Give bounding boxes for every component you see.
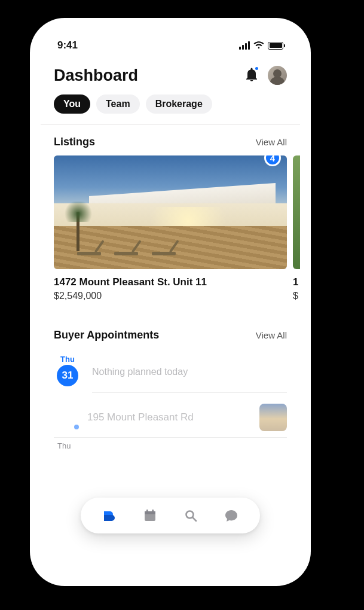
- header: Dashboard You Team Brokerage: [41, 62, 300, 125]
- date-column[interactable]: Thu 31: [54, 355, 81, 386]
- appointment-item[interactable]: 195 Mount Pleasant Rd: [54, 393, 287, 437]
- appointment-thumbnail: [259, 404, 287, 431]
- listing-card[interactable]: 4 1472 Mount Pleasant St. Unit 11 $2,549…: [54, 155, 287, 301]
- svg-line-5: [192, 517, 196, 521]
- tab-search[interactable]: [179, 504, 203, 527]
- listing-image: [293, 155, 300, 269]
- appointments-section: Buyer Appointments View All Thu 31 Nothi…: [41, 318, 300, 450]
- appointment-day: Thu 31 Nothing planned today: [54, 349, 287, 392]
- listings-view-all[interactable]: View All: [256, 137, 287, 147]
- scope-tabs: You Team Brokerage: [54, 94, 287, 124]
- listing-card[interactable]: 1 $: [293, 155, 300, 301]
- screen: 9:41 Dashboard: [41, 29, 300, 575]
- wifi-icon: [253, 41, 264, 50]
- cellular-icon: [239, 41, 250, 50]
- listing-address: 1: [293, 276, 300, 288]
- listing-image: 4: [54, 155, 287, 269]
- page-title: Dashboard: [54, 66, 138, 85]
- battery-icon: [268, 42, 283, 50]
- search-icon: [183, 508, 198, 523]
- appointments-title: Buyer Appointments: [54, 329, 159, 341]
- day-of-week: Thu: [60, 355, 75, 364]
- listing-price: $: [293, 291, 300, 301]
- svg-rect-2: [146, 510, 148, 513]
- empty-state-text: Nothing planned today: [92, 355, 188, 377]
- listings-title: Listings: [54, 136, 95, 148]
- app-logo-icon: [102, 508, 117, 523]
- tab-home[interactable]: [97, 504, 121, 527]
- day-of-week: Thu: [54, 438, 287, 450]
- date-chip: 31: [57, 365, 78, 386]
- tab-calendar[interactable]: [138, 504, 162, 527]
- listings-carousel[interactable]: 4 1472 Mount Pleasant St. Unit 11 $2,549…: [41, 155, 300, 301]
- listing-price: $2,549,000: [54, 291, 287, 301]
- svg-rect-1: [145, 511, 155, 514]
- appointments-view-all[interactable]: View All: [256, 330, 287, 340]
- tab-you[interactable]: You: [54, 94, 90, 114]
- status-time: 9:41: [57, 39, 78, 51]
- status-icons: [239, 41, 283, 50]
- phone-frame: 9:41 Dashboard: [30, 18, 311, 586]
- tab-chat[interactable]: [219, 504, 243, 527]
- notification-dot: [254, 66, 259, 71]
- calendar-icon: [143, 508, 157, 523]
- tab-brokerage[interactable]: Brokerage: [146, 94, 212, 114]
- notifications-button[interactable]: [245, 67, 258, 84]
- listings-section: Listings View All 4 1472 Mount Pleasant …: [41, 125, 300, 301]
- chat-icon: [224, 508, 238, 523]
- listing-address: 1472 Mount Pleasant St. Unit 11: [54, 276, 287, 288]
- tab-bar: [81, 498, 260, 533]
- appointment-title: 195 Mount Pleasant Rd: [87, 411, 194, 423]
- tab-team[interactable]: Team: [96, 94, 140, 114]
- status-bar: 9:41: [41, 29, 300, 62]
- svg-rect-3: [152, 510, 154, 513]
- status-dot-icon: [74, 425, 79, 429]
- avatar[interactable]: [268, 66, 287, 85]
